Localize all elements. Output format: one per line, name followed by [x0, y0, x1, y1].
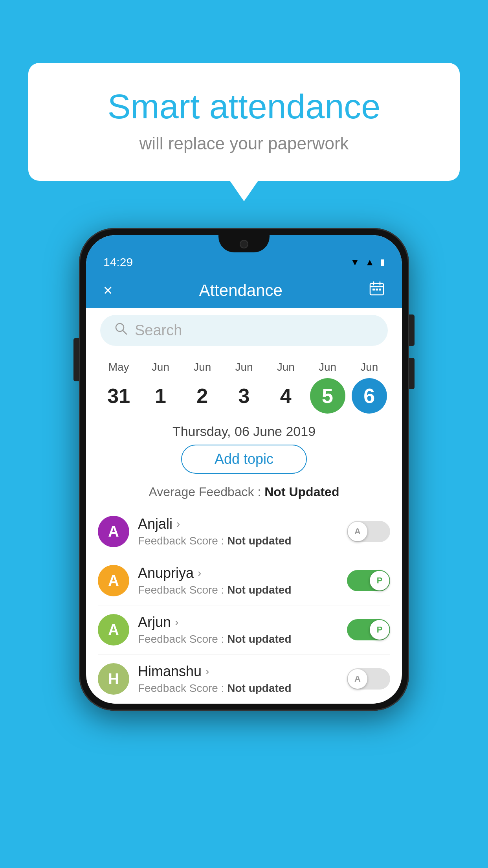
phone-notch — [218, 235, 270, 252]
phone-container: 14:29 ▼ ▲ ▮ × Attendance — [79, 228, 409, 711]
chevron-icon: › — [205, 665, 209, 678]
search-bar[interactable]: Search — [100, 315, 388, 346]
student-item[interactable]: AAnjali ›Feedback Score : Not updatedA — [98, 507, 390, 556]
student-feedback: Feedback Score : Not updated — [138, 633, 338, 645]
avg-feedback-value: Not Updated — [264, 485, 339, 499]
avg-feedback-prefix: Average Feedback : — [149, 485, 265, 499]
student-item[interactable]: AArjun ›Feedback Score : Not updatedP — [98, 605, 390, 655]
student-feedback: Feedback Score : Not updated — [138, 535, 338, 547]
chevron-icon: › — [175, 616, 178, 629]
student-name: Anupriya › — [138, 565, 338, 581]
chevron-icon: › — [176, 518, 180, 530]
student-feedback: Feedback Score : Not updated — [138, 584, 338, 596]
speech-bubble-subtitle: will replace your paperwork — [60, 134, 428, 153]
toggle-knob: P — [370, 571, 389, 590]
student-info: Anupriya ›Feedback Score : Not updated — [138, 565, 338, 596]
student-list: AAnjali ›Feedback Score : Not updatedAAA… — [86, 507, 402, 704]
speech-bubble: Smart attendance will replace your paper… — [28, 63, 460, 181]
student-info: Anjali ›Feedback Score : Not updated — [138, 516, 338, 547]
calendar-day[interactable]: Jun5 — [310, 361, 345, 414]
app-bar: × Attendance — [86, 273, 402, 308]
student-name: Arjun › — [138, 614, 338, 631]
date-label: Thursday, 06 June 2019 — [86, 417, 402, 445]
add-topic-button[interactable]: Add topic — [181, 445, 307, 474]
attendance-toggle[interactable]: P — [347, 570, 390, 591]
svg-rect-4 — [372, 289, 375, 291]
calendar-day[interactable]: Jun6 — [352, 361, 387, 414]
search-icon — [114, 322, 128, 339]
calendar-date: 4 — [268, 378, 303, 414]
calendar-date: 2 — [185, 378, 220, 414]
student-info: Himanshu ›Feedback Score : Not updated — [138, 663, 338, 695]
student-name: Anjali › — [138, 516, 338, 532]
toggle-knob: P — [370, 620, 389, 640]
student-avatar: H — [98, 663, 129, 695]
phone-shell: 14:29 ▼ ▲ ▮ × Attendance — [79, 228, 409, 711]
wifi-icon: ▼ — [350, 257, 360, 268]
calendar-strip: May31Jun1Jun2Jun3Jun4Jun5Jun6 — [86, 353, 402, 417]
student-avatar: A — [98, 565, 129, 596]
svg-line-8 — [123, 330, 127, 334]
power-button — [73, 338, 79, 381]
calendar-icon[interactable] — [369, 281, 385, 300]
student-info: Arjun ›Feedback Score : Not updated — [138, 614, 338, 645]
student-feedback: Feedback Score : Not updated — [138, 682, 338, 695]
avg-feedback: Average Feedback : Not Updated — [86, 482, 402, 507]
student-name: Himanshu › — [138, 663, 338, 680]
phone-screen: 14:29 ▼ ▲ ▮ × Attendance — [86, 235, 402, 704]
student-item[interactable]: AAnupriya ›Feedback Score : Not updatedP — [98, 556, 390, 605]
calendar-date: 3 — [226, 378, 262, 414]
calendar-month: Jun — [152, 361, 169, 373]
phone-screen-outer: 14:29 ▼ ▲ ▮ × Attendance — [86, 235, 402, 704]
calendar-date: 1 — [143, 378, 178, 414]
calendar-day[interactable]: Jun3 — [226, 361, 262, 414]
status-icons: ▼ ▲ ▮ — [350, 257, 385, 268]
status-time: 14:29 — [103, 256, 133, 269]
signal-icon: ▲ — [365, 257, 374, 268]
speech-bubble-title: Smart attendance — [60, 86, 428, 127]
search-placeholder: Search — [135, 322, 182, 339]
speech-bubble-container: Smart attendance will replace your paper… — [28, 63, 460, 181]
calendar-month: Jun — [277, 361, 295, 373]
attendance-toggle[interactable]: A — [347, 668, 390, 690]
close-button[interactable]: × — [103, 281, 112, 299]
svg-rect-6 — [379, 289, 381, 291]
app-bar-title: Attendance — [199, 281, 283, 300]
svg-rect-5 — [376, 289, 378, 291]
battery-icon: ▮ — [380, 257, 385, 267]
calendar-date: 5 — [310, 378, 345, 414]
student-avatar: A — [98, 614, 129, 645]
calendar-day[interactable]: Jun2 — [185, 361, 220, 414]
toggle-knob: A — [348, 522, 367, 541]
calendar-month: Jun — [319, 361, 336, 373]
attendance-toggle[interactable]: A — [347, 521, 390, 542]
attendance-toggle[interactable]: P — [347, 619, 390, 640]
chevron-icon: › — [198, 567, 201, 579]
volume-up-button — [409, 314, 415, 346]
calendar-month: Jun — [193, 361, 211, 373]
volume-down-button — [409, 358, 415, 389]
calendar-day[interactable]: Jun4 — [268, 361, 303, 414]
phone-camera — [240, 240, 248, 248]
calendar-date: 6 — [352, 378, 387, 414]
calendar-date: 31 — [101, 378, 136, 414]
calendar-day[interactable]: May31 — [101, 361, 136, 414]
calendar-month: Jun — [360, 361, 378, 373]
student-item[interactable]: HHimanshu ›Feedback Score : Not updatedA — [98, 655, 390, 704]
calendar-day[interactable]: Jun1 — [143, 361, 178, 414]
calendar-month: Jun — [235, 361, 253, 373]
calendar-month: May — [108, 361, 129, 373]
student-avatar: A — [98, 516, 129, 547]
toggle-knob: A — [348, 669, 367, 689]
